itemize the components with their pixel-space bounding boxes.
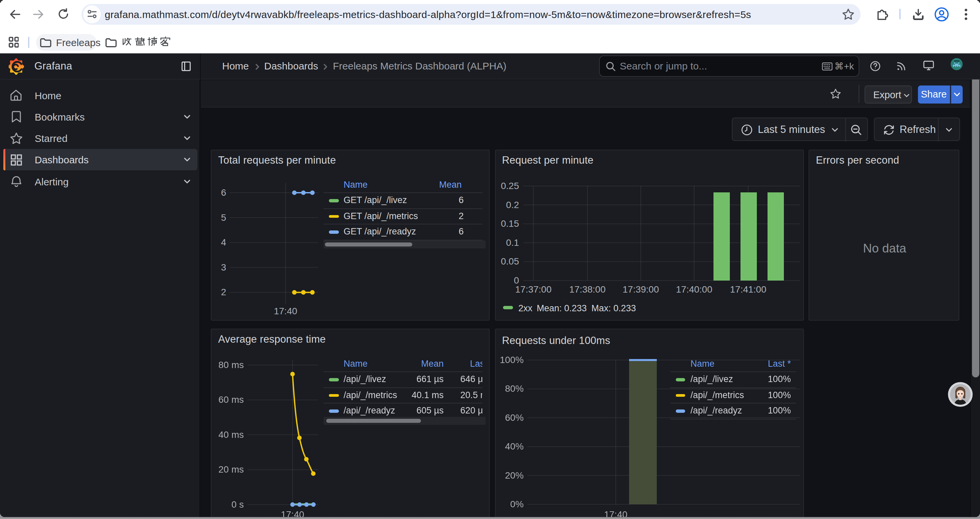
- svg-text:17:40: 17:40: [274, 306, 297, 316]
- svg-text:40%: 40%: [505, 441, 523, 451]
- svg-text:0.25: 0.25: [501, 180, 519, 191]
- svg-text:80 ms: 80 ms: [218, 359, 244, 370]
- svg-text:4: 4: [221, 237, 226, 247]
- svg-text:0 s: 0 s: [231, 499, 244, 509]
- svg-text:2: 2: [221, 287, 226, 297]
- svg-text:20 ms: 20 ms: [218, 464, 244, 474]
- svg-text:17:40: 17:40: [281, 509, 304, 517]
- svg-text:17:40:00: 17:40:00: [676, 284, 712, 294]
- svg-text:0%: 0%: [510, 498, 523, 509]
- svg-text:20%: 20%: [505, 470, 523, 480]
- svg-text:0.1: 0.1: [506, 237, 519, 248]
- svg-text:17:39:00: 17:39:00: [622, 284, 659, 294]
- svg-text:3: 3: [221, 262, 226, 272]
- svg-text:17:40: 17:40: [604, 509, 627, 517]
- svg-text:17:41:00: 17:41:00: [730, 284, 766, 294]
- svg-text:0.15: 0.15: [501, 218, 519, 228]
- svg-text:60 ms: 60 ms: [218, 394, 244, 404]
- svg-text:0.2: 0.2: [506, 200, 519, 210]
- svg-text:0.05: 0.05: [501, 256, 519, 266]
- svg-text:17:38:00: 17:38:00: [569, 284, 605, 294]
- svg-text:17:37:00: 17:37:00: [515, 284, 551, 294]
- svg-text:40 ms: 40 ms: [218, 429, 244, 439]
